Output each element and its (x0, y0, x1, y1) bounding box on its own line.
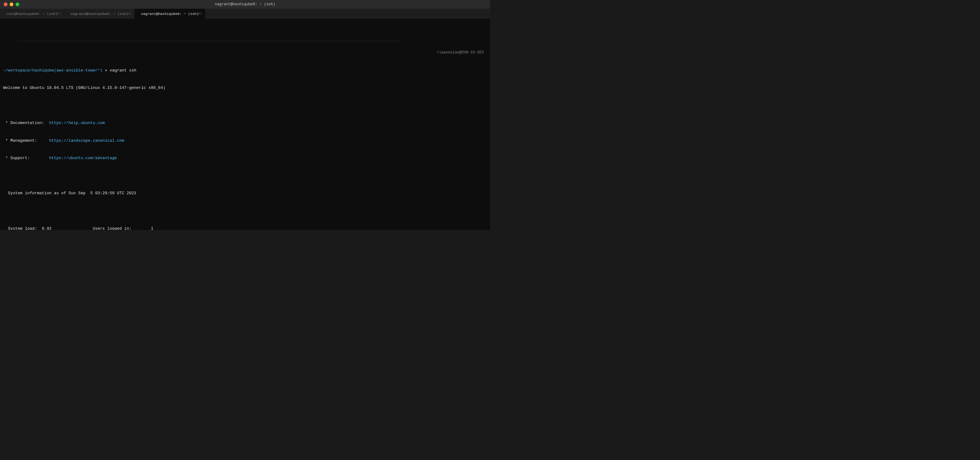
tab-bar: root@hashiqube0: ~ (ssh) ⌘1 vagrant@hash… (0, 9, 490, 19)
title-bar: vagrant@hashiqube0: ~ (ssh) (0, 0, 490, 9)
tab-1-label: root@hashiqube0: ~ (ssh) (6, 12, 58, 16)
tab-3-label: vagrant@hashiqube0: ~ (ssh) (141, 12, 199, 16)
blank-3 (3, 208, 487, 214)
tab-1-shortcut: ⌘1 (57, 12, 61, 16)
separator-line: ────────────────────────────────────────… (18, 39, 401, 43)
blank-1 (3, 103, 487, 109)
mgmt-url: https://landscape.canonical.com (49, 138, 124, 143)
users-value: 1 (151, 226, 153, 230)
sysinfo-line: System information as of Sun Sep 5 03:20… (3, 190, 487, 196)
tab-2-shortcut: ⌘2 (127, 12, 131, 16)
pwd-line: ~/workspace/hashiqube(awx-ansible-tower*… (3, 68, 487, 73)
tab-3-shortcut: ⌘3 (198, 12, 202, 16)
tab-2-label: vagrant@hashiqube0: ~ (ssh) (70, 12, 128, 16)
pwd-dir: ~/workspace/hashiqube(awx-ansible-tower*… (3, 68, 102, 73)
docs-line: * Documentation: https://help.ubuntu.com (3, 120, 487, 126)
docs-url: https://help.ubuntu.com (49, 121, 105, 125)
sysload-value: 0.92 (42, 226, 51, 230)
welcome-line: Welcome to Ubuntu 18.04.5 LTS (GNU/Linux… (3, 85, 487, 91)
tab-3[interactable]: vagrant@hashiqube0: ~ (ssh) ⌘3 (135, 9, 205, 19)
maximize-button[interactable] (16, 3, 19, 6)
traffic-lights (0, 3, 19, 6)
sysload-line: System load: 0.92 Users logged in: 1 (3, 226, 487, 230)
close-button[interactable] (4, 3, 8, 6)
user-host-info: riaannolan@SVN-19-353 (437, 50, 484, 55)
minimize-button[interactable] (10, 3, 13, 6)
terminal-content[interactable]: ────────────────────────────────────────… (0, 19, 490, 230)
blank-2 (3, 173, 487, 179)
mgmt-line: * Management: https://landscape.canonica… (3, 138, 487, 144)
terminal-window: vagrant@hashiqube0: ~ (ssh) root@hashiqu… (0, 0, 490, 230)
support-url: https://ubuntu.com/advantage (49, 156, 117, 160)
pwd-cmd: » vagrant ssh (102, 68, 136, 73)
window-title: vagrant@hashiqube0: ~ (ssh) (215, 2, 275, 6)
tab-1[interactable]: root@hashiqube0: ~ (ssh) ⌘1 (0, 9, 64, 19)
tab-2[interactable]: vagrant@hashiqube0: ~ (ssh) ⌘2 (64, 9, 135, 19)
support-line: * Support: https://ubuntu.com/advantage (3, 155, 487, 161)
